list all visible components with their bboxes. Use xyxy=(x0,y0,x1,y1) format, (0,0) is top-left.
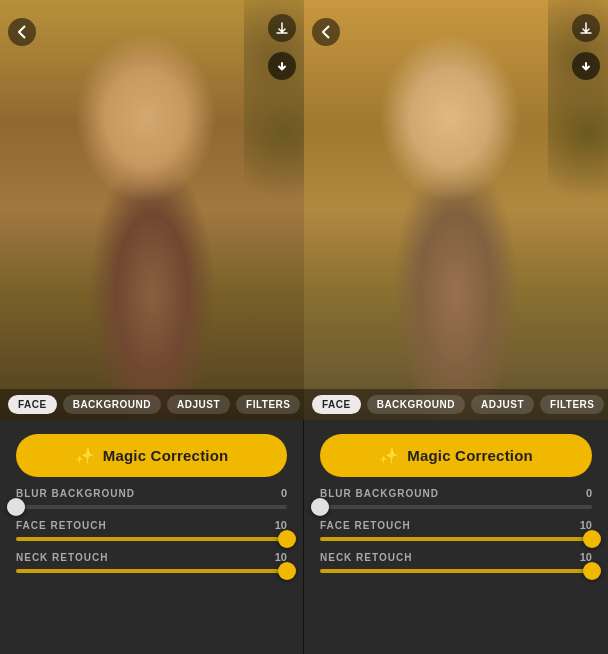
right-tab-adjust[interactable]: ADJUST xyxy=(471,395,534,414)
right-blur-value: 0 xyxy=(586,487,592,499)
left-blur-background-group: BLUR BACKGROUND 0 xyxy=(16,487,287,509)
left-face-retouch-group: FACE RETOUCH 10 xyxy=(16,519,287,541)
right-blur-header: BLUR BACKGROUND 0 xyxy=(320,487,592,499)
left-magic-button-label: Magic Correction xyxy=(103,447,229,464)
right-tab-background[interactable]: BACKGROUND xyxy=(367,395,465,414)
right-neck-retouch-header: NECK RETOUCH 10 xyxy=(320,551,592,563)
right-blur-label: BLUR BACKGROUND xyxy=(320,488,439,499)
right-magic-button-label: Magic Correction xyxy=(407,447,533,464)
left-download-button[interactable] xyxy=(268,14,296,42)
left-photo-area: FACE BACKGROUND ADJUST FILTERS xyxy=(0,0,304,420)
right-face-retouch-thumb[interactable] xyxy=(583,530,601,548)
right-magic-correction-button[interactable]: ✨ Magic Correction xyxy=(320,434,592,477)
left-face-retouch-track[interactable] xyxy=(16,537,287,541)
right-neck-retouch-fill xyxy=(320,569,592,573)
right-face-retouch-header: FACE RETOUCH 10 xyxy=(320,519,592,531)
right-panel-back-arrow[interactable] xyxy=(312,18,340,46)
left-face-retouch-header: FACE RETOUCH 10 xyxy=(16,519,287,531)
right-panel: FACE BACKGROUND ADJUST FILTERS ✨ Magic C… xyxy=(304,0,608,654)
left-controls: ✨ Magic Correction BLUR BACKGROUND 0 FAC… xyxy=(0,420,303,654)
left-panel: FACE BACKGROUND ADJUST FILTERS ✨ Magic C… xyxy=(0,0,304,654)
left-blur-value: 0 xyxy=(281,487,287,499)
left-tab-face[interactable]: FACE xyxy=(8,395,57,414)
right-photo-area: FACE BACKGROUND ADJUST FILTERS xyxy=(304,0,608,420)
left-person-photo xyxy=(0,0,304,420)
left-wand-icon: ✨ xyxy=(75,446,95,465)
left-blur-thumb[interactable] xyxy=(7,498,25,516)
left-face-retouch-thumb[interactable] xyxy=(278,530,296,548)
left-blur-label: BLUR BACKGROUND xyxy=(16,488,135,499)
left-blur-header: BLUR BACKGROUND 0 xyxy=(16,487,287,499)
right-face-retouch-fill xyxy=(320,537,592,541)
left-neck-retouch-label: NECK RETOUCH xyxy=(16,552,108,563)
left-magic-correction-button[interactable]: ✨ Magic Correction xyxy=(16,434,287,477)
right-blur-background-group: BLUR BACKGROUND 0 xyxy=(320,487,592,509)
panels-container: FACE BACKGROUND ADJUST FILTERS ✨ Magic C… xyxy=(0,0,608,654)
left-face-retouch-fill xyxy=(16,537,287,541)
left-tab-filters[interactable]: FILTERS xyxy=(236,395,300,414)
left-neck-retouch-track[interactable] xyxy=(16,569,287,573)
left-blur-track[interactable] xyxy=(16,505,287,509)
left-neck-retouch-header: NECK RETOUCH 10 xyxy=(16,551,287,563)
right-neck-retouch-thumb[interactable] xyxy=(583,562,601,580)
left-tab-adjust[interactable]: ADJUST xyxy=(167,395,230,414)
left-photo-tabs: FACE BACKGROUND ADJUST FILTERS xyxy=(0,389,304,420)
right-controls: ✨ Magic Correction BLUR BACKGROUND 0 FAC… xyxy=(304,420,608,654)
right-person-photo xyxy=(304,0,608,420)
right-expand-button[interactable] xyxy=(572,52,600,80)
right-neck-retouch-label: NECK RETOUCH xyxy=(320,552,412,563)
left-neck-retouch-fill xyxy=(16,569,287,573)
right-download-button[interactable] xyxy=(572,14,600,42)
left-panel-back-arrow[interactable] xyxy=(8,18,36,46)
right-blur-track[interactable] xyxy=(320,505,592,509)
left-tab-background[interactable]: BACKGROUND xyxy=(63,395,161,414)
left-face-retouch-label: FACE RETOUCH xyxy=(16,520,107,531)
right-tab-filters[interactable]: FILTERS xyxy=(540,395,604,414)
right-face-retouch-group: FACE RETOUCH 10 xyxy=(320,519,592,541)
left-neck-retouch-thumb[interactable] xyxy=(278,562,296,580)
right-face-retouch-label: FACE RETOUCH xyxy=(320,520,411,531)
right-neck-retouch-group: NECK RETOUCH 10 xyxy=(320,551,592,573)
right-tab-face[interactable]: FACE xyxy=(312,395,361,414)
right-face-retouch-track[interactable] xyxy=(320,537,592,541)
left-expand-button[interactable] xyxy=(268,52,296,80)
right-wand-icon: ✨ xyxy=(379,446,399,465)
right-blur-thumb[interactable] xyxy=(311,498,329,516)
right-photo-tabs: FACE BACKGROUND ADJUST FILTERS xyxy=(304,389,608,420)
left-neck-retouch-group: NECK RETOUCH 10 xyxy=(16,551,287,573)
right-neck-retouch-track[interactable] xyxy=(320,569,592,573)
